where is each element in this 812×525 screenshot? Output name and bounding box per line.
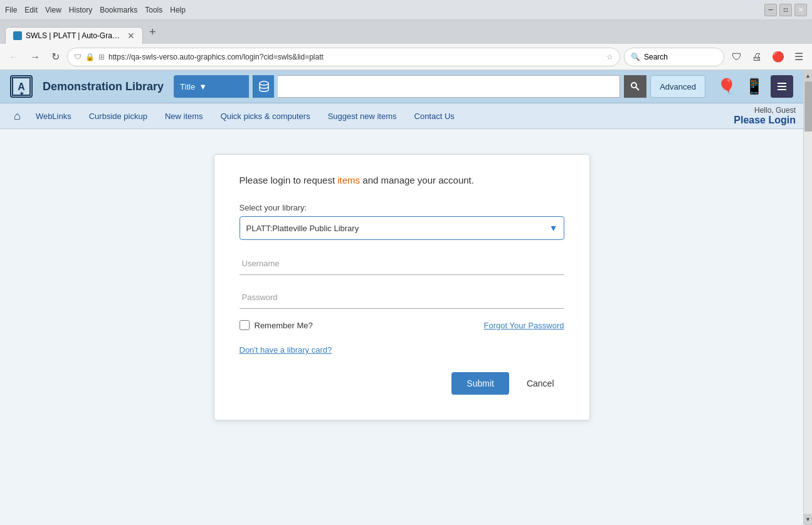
active-tab[interactable]: SWLS | PLATT | Auto-Graphics I ✕ [5,27,143,44]
search-database-icon[interactable] [253,75,274,98]
reload-button[interactable]: ↻ [48,48,63,65]
svg-line-5 [636,88,640,91]
extension-icon-btn[interactable]: 🔴 [768,48,788,65]
browser-toolbar-icons: 🛡 🖨 🔴 ☰ [728,48,807,65]
nav-contact-us[interactable]: Contact Us [406,105,463,127]
library-select-label: Select your library: [240,203,564,212]
tab-favicon-icon [13,31,22,40]
tab-close-icon[interactable]: ✕ [127,31,135,40]
menu-tools[interactable]: Tools [145,6,162,14]
page-content: Please login to request items and manage… [0,129,803,525]
menu-bookmarks[interactable]: Bookmarks [100,6,137,14]
scroll-thumb[interactable] [804,81,812,132]
menu-history[interactable]: History [69,6,92,14]
password-group [240,286,564,309]
form-actions: Submit Cancel [240,372,564,395]
search-type-selector[interactable]: Title ▼ [174,75,249,98]
scroll-up-arrow[interactable]: ▲ [804,70,813,81]
search-type-label: Title [180,82,195,91]
maximize-button[interactable]: □ [779,4,792,16]
new-tab-button[interactable]: + [143,22,162,43]
forward-button[interactable]: → [26,49,44,65]
advanced-search-button[interactable]: Advanced [650,75,705,98]
home-nav-button[interactable]: ⌂ [8,105,27,128]
remember-me-label: Remember Me? [255,321,313,330]
login-card: Please login to request items and manage… [214,154,590,420]
address-bar[interactable]: 🛡 🔒 ⊞ https://qa-swls-verso.auto-graphic… [67,48,620,66]
menu-view[interactable]: View [45,6,61,14]
nav-weblinks[interactable]: WebLinks [27,105,80,127]
back-button[interactable]: ← [5,49,23,65]
scroll-track[interactable] [804,81,813,514]
list-view-button[interactable] [771,75,793,98]
remember-group: Remember Me? [240,320,313,330]
login-intro: Please login to request items and manage… [240,175,564,185]
search-row: Title ▼ Advanced [174,75,705,98]
app-main: A ★ Demonstration Library Title ▼ [0,70,803,525]
library-select[interactable]: PLATT:Platteville Public Library [240,216,564,240]
menu-icon-btn[interactable]: ☰ [791,48,807,65]
nav-user-section: Hello, Guest Please Login [734,103,796,128]
nav-suggest-new-items[interactable]: Suggest new items [319,105,406,127]
window-controls[interactable]: ─ □ ✕ [764,4,807,16]
remember-forgot-row: Remember Me? Forgot Your Password [240,320,564,330]
svg-rect-7 [778,86,786,87]
menu-file[interactable]: File [5,6,17,14]
browser-search-label: Search [644,53,668,61]
header-icons: 🎈 📱 [715,75,793,98]
please-login-link[interactable]: Please Login [734,115,796,125]
close-button[interactable]: ✕ [794,4,807,16]
username-group [240,252,564,275]
svg-text:★: ★ [19,91,24,96]
nav-items: ⌂ WebLinks Curbside pickup New items Qui… [8,105,734,128]
shield-icon-btn[interactable]: 🛡 [728,48,746,65]
remember-me-checkbox[interactable] [240,320,250,330]
app-title: Demonstration Library [43,80,164,93]
browser-search-icon: 🔍 [631,53,640,61]
svg-rect-6 [778,83,786,84]
scroll-down-arrow[interactable]: ▼ [804,514,813,525]
search-go-button[interactable] [624,75,646,98]
menu-help[interactable]: Help [170,6,186,14]
password-input[interactable] [240,286,564,309]
no-card-section: Don't have a library card? [240,345,564,372]
scrollbar[interactable]: ▲ ▼ [803,70,812,525]
url-display[interactable]: https://qa-swls-verso.auto-graphics.com/… [108,53,603,61]
app-navbar: ⌂ WebLinks Curbside pickup New items Qui… [0,103,803,129]
menu-edit[interactable]: Edit [24,6,38,14]
library-select-wrapper: PLATT:Platteville Public Library ▼ [240,216,564,240]
balloon-icon-button[interactable]: 🎈 [715,75,738,98]
minimize-button[interactable]: ─ [764,4,777,16]
browser-tabbar: SWLS | PLATT | Auto-Graphics I ✕ + [0,20,812,44]
username-input[interactable] [240,252,564,275]
bookmark-star-icon[interactable]: ☆ [606,53,613,61]
search-type-chevron-icon: ▼ [199,82,207,91]
print-icon-btn[interactable]: 🖨 [748,48,766,65]
tab-title: SWLS | PLATT | Auto-Graphics I [26,31,124,40]
search-input[interactable] [278,75,620,98]
lock-icon: 🔒 [85,53,95,61]
tab-icon: ⊞ [98,53,105,61]
login-intro-highlight: items [337,175,360,185]
app-logo-icon: A ★ [10,75,33,98]
nav-greeting: Hello, Guest [734,106,796,115]
svg-rect-8 [778,89,786,90]
svg-point-4 [631,83,636,88]
forgot-password-link[interactable]: Forgot Your Password [484,321,564,330]
mobile-icon-button[interactable]: 📱 [743,75,766,98]
nav-curbside-pickup[interactable]: Curbside pickup [80,105,156,127]
browser-addressbar: ← → ↻ 🛡 🔒 ⊞ https://qa-swls-verso.auto-g… [0,44,812,70]
cancel-button[interactable]: Cancel [517,372,564,395]
security-icon: 🛡 [74,53,82,61]
svg-point-3 [260,81,268,85]
browser-menu[interactable]: File Edit View History Bookmarks Tools H… [5,6,186,14]
app-wrapper: A ★ Demonstration Library Title ▼ [0,70,812,525]
submit-button[interactable]: Submit [451,372,509,395]
nav-quick-picks[interactable]: Quick picks & computers [212,105,319,127]
browser-titlebar: File Edit View History Bookmarks Tools H… [0,0,812,20]
nav-new-items[interactable]: New items [156,105,212,127]
app-header: A ★ Demonstration Library Title ▼ [0,70,803,103]
no-library-card-link[interactable]: Don't have a library card? [240,345,332,355]
browser-search-box[interactable]: 🔍 Search [624,48,724,66]
